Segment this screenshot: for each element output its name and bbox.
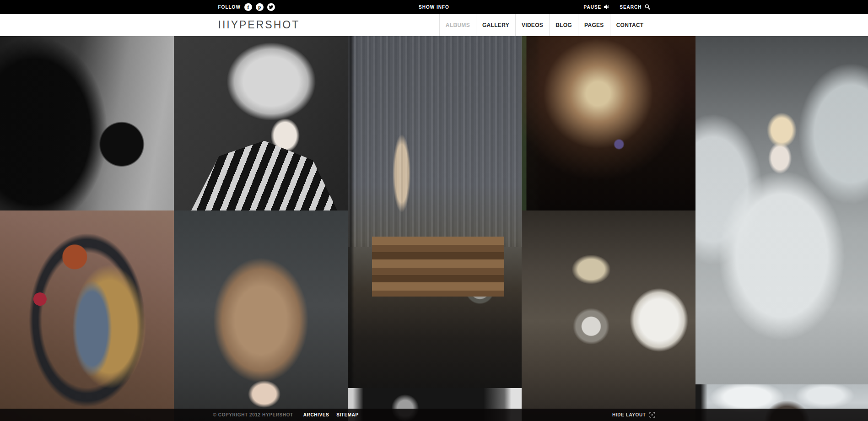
grid-column-1 [0,36,174,421]
photo-big-hair[interactable] [174,210,348,421]
photo-profile-silhouette[interactable] [0,36,174,210]
footer-links: ARCHIVES SITEMAP [303,412,359,417]
top-utility-bar: FOLLOW f p SHOW INFO PAUSE [0,0,868,14]
main-navbar: IIIYPERSHOT ALBUMS GALLERY VIDEOS BLOG P… [0,14,868,36]
grid-column-5 [695,36,868,421]
hypershot-homepage: FOLLOW f p SHOW INFO PAUSE [0,0,868,421]
photo-dark-cabin-blonde[interactable] [522,36,695,210]
nav-item-blog[interactable]: BLOG [549,14,578,36]
photo-striped-top-updo[interactable] [174,36,348,210]
photo-piano-redhead[interactable] [0,210,174,421]
pinterest-icon[interactable]: p [256,3,264,11]
pause-label: PAUSE [584,5,602,10]
speaker-icon [604,5,609,9]
follow-label: FOLLOW [218,5,241,10]
sitemap-link[interactable]: SITEMAP [336,412,359,417]
main-menu: ALBUMS GALLERY VIDEOS BLOG PAGES CONTACT [439,14,650,36]
footer-bar: © COPYRIGHT 2012 HYPERSHOT ARCHIVES SITE… [0,409,868,421]
archives-link[interactable]: ARCHIVES [303,412,329,417]
layout-toggle-icon [649,412,655,418]
site-logo[interactable]: IIIYPERSHOT [218,19,300,31]
nav-item-videos[interactable]: VIDEOS [515,14,549,36]
twitter-bird-icon [269,5,274,10]
grid-column-4 [522,36,695,421]
hide-layout-button[interactable]: HIDE LAYOUT [612,412,655,418]
grid-column-3 [348,36,522,421]
nav-item-pages[interactable]: PAGES [578,14,610,36]
photo-white-fabric[interactable] [695,36,868,384]
grid-column-2 [174,36,348,421]
nav-item-gallery[interactable]: GALLERY [476,14,515,36]
hide-layout-label: HIDE LAYOUT [612,412,646,417]
nav-item-albums[interactable]: ALBUMS [439,14,476,36]
twitter-icon[interactable] [267,3,275,11]
show-info-button[interactable]: SHOW INFO [419,5,449,10]
photo-grid [0,36,868,421]
copyright-text: © COPYRIGHT 2012 HYPERSHOT [213,412,293,417]
follow-group: FOLLOW f p [218,3,275,11]
search-label: SEARCH [620,5,642,10]
nav-item-contact[interactable]: CONTACT [610,14,650,36]
facebook-icon[interactable]: f [244,3,252,11]
search-button[interactable]: SEARCH [620,4,650,10]
pause-slideshow-button[interactable]: PAUSE [584,5,610,10]
photo-studio-platform[interactable] [348,36,522,388]
search-icon [645,4,650,10]
photo-caravan-tuba[interactable] [522,210,695,421]
show-info-label: SHOW INFO [419,5,449,10]
